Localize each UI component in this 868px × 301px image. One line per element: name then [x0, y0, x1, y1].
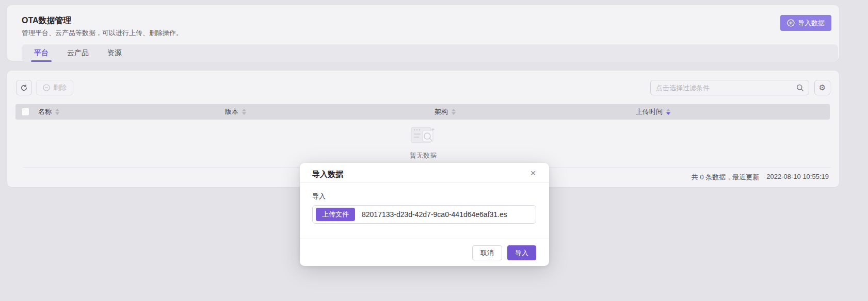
page-subtitle: 管理平台、云产品等数据，可以进行上传、删除操作。 — [22, 28, 183, 38]
close-icon: × — [530, 168, 536, 178]
tab-platform-label: 平台 — [34, 48, 49, 58]
column-header-upload-time[interactable]: 上传时间 — [636, 107, 830, 116]
tab-resource[interactable]: 资源 — [98, 44, 131, 62]
last-updated-timestamp: 2022-08-10 10:55:19 — [766, 173, 829, 182]
import-data-button-label: 导入数据 — [798, 19, 825, 28]
empty-state-icon — [409, 126, 438, 148]
column-settings-button[interactable]: ⚙ — [814, 80, 830, 95]
page-title: OTA数据管理 — [22, 15, 72, 26]
upload-file-field: 上传文件 82017133-d23d-42d7-9ca0-441d64e6af3… — [312, 205, 536, 224]
uploaded-file-name: 82017133-d23d-42d7-9ca0-441d64e6af31.es — [362, 210, 507, 219]
import-field-label: 导入 — [312, 192, 326, 201]
minus-circle-icon — [43, 84, 50, 91]
delete-button[interactable]: 删除 — [36, 80, 73, 95]
import-data-modal: 导入数据 × 导入 上传文件 82017133-d23d-42d7-9ca0-4… — [300, 163, 549, 266]
confirm-import-button[interactable]: 导入 — [507, 245, 536, 260]
empty-state: 暂无数据 — [7, 126, 839, 160]
cancel-button[interactable]: 取消 — [472, 245, 502, 260]
select-all-cell — [15, 108, 38, 116]
import-data-button[interactable]: 导入数据 — [780, 15, 831, 31]
refresh-icon — [20, 84, 28, 92]
plus-circle-icon — [787, 19, 795, 27]
table-header-row: 名称 版本 架构 上传时间 — [15, 104, 830, 120]
refresh-button[interactable] — [16, 80, 32, 95]
column-header-upload-time-label: 上传时间 — [636, 107, 663, 116]
modal-footer-divider — [300, 239, 549, 239]
tab-resource-label: 资源 — [107, 48, 122, 58]
tab-cloud-product[interactable]: 云产品 — [58, 44, 98, 62]
column-header-name-label: 名称 — [38, 107, 52, 116]
empty-state-text: 暂无数据 — [410, 151, 437, 160]
sort-icon-upload-time[interactable] — [666, 109, 670, 115]
select-all-checkbox[interactable] — [21, 108, 29, 116]
column-header-version-label: 版本 — [225, 107, 238, 116]
filter-search-box — [650, 80, 809, 95]
ota-data-management-page: OTA数据管理 管理平台、云产品等数据，可以进行上传、删除操作。 导入数据 平台… — [0, 0, 868, 301]
modal-actions: 取消 导入 — [472, 245, 536, 260]
tab-bar: 平台 云产品 资源 — [22, 44, 838, 62]
upload-file-button[interactable]: 上传文件 — [316, 208, 355, 221]
page-header-card: OTA数据管理 管理平台、云产品等数据，可以进行上传、删除操作。 导入数据 平台… — [7, 5, 839, 61]
modal-header-divider — [300, 182, 549, 182]
result-count-text: 共 0 条数据，最近更新 — [692, 173, 759, 182]
column-header-version[interactable]: 版本 — [225, 107, 435, 116]
column-header-name[interactable]: 名称 — [38, 107, 225, 116]
tab-cloud-product-label: 云产品 — [67, 48, 89, 58]
sort-icon-name[interactable] — [55, 109, 59, 115]
column-header-arch[interactable]: 架构 — [435, 107, 636, 116]
delete-button-label: 删除 — [53, 83, 67, 92]
sort-icon-version[interactable] — [242, 109, 246, 115]
tab-platform[interactable]: 平台 — [25, 44, 58, 62]
modal-close-button[interactable]: × — [526, 166, 540, 180]
column-header-arch-label: 架构 — [435, 107, 448, 116]
search-icon[interactable] — [796, 84, 804, 92]
filter-search-input[interactable] — [651, 84, 796, 92]
modal-title: 导入数据 — [312, 170, 343, 179]
result-summary: 共 0 条数据，最近更新 2022-08-10 10:55:19 — [692, 173, 829, 182]
gear-icon: ⚙ — [819, 83, 826, 92]
sort-icon-arch[interactable] — [452, 109, 456, 115]
